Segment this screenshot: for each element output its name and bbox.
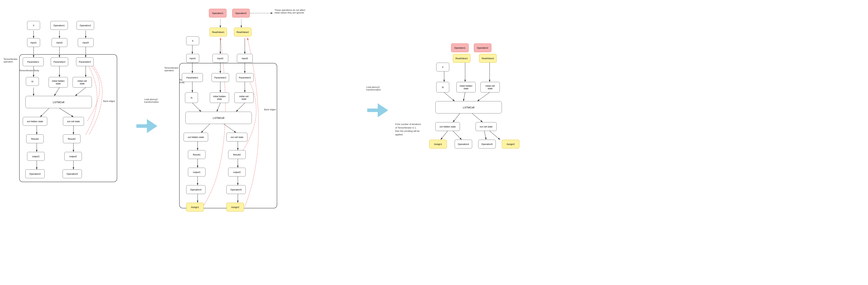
d1-output1-node: output1 [27, 152, 44, 161]
d2-output2-node: output2 [228, 168, 246, 176]
d1-result1-node: Result1 [26, 135, 44, 143]
d3-out-cell-state-node: out cell state [476, 122, 497, 131]
d1-input1-node: input1 [27, 38, 40, 47]
svg-line-54 [463, 92, 465, 101]
d2-assign2-node: Assign2 [226, 203, 244, 211]
d3-operation4-node: Operation4 [455, 140, 472, 148]
d3-operation2-node: Operation2 [474, 44, 491, 52]
d2-input1-node: input1 [186, 54, 199, 63]
d1-result2-node: Result2 [63, 135, 81, 143]
d3-assign1-node: Assign1 [429, 140, 447, 148]
svg-line-55 [477, 92, 490, 101]
d1-lstmcell-node: LSTMCell [25, 96, 92, 108]
svg-line-53 [444, 92, 455, 101]
d2-x-node: X [186, 36, 199, 45]
d2-xi-node: Xi [185, 92, 198, 103]
d3-transformation-label: LowLatency2transformation [366, 86, 387, 91]
d1-initial-cell-state-node: initial cellstate [72, 77, 92, 88]
d2-input2-node: input2 [213, 54, 228, 63]
d1-initial-hidden-state-node: initial hiddenstate [49, 77, 68, 88]
svg-line-59 [453, 131, 462, 140]
d1-input2-node: input2 [52, 38, 67, 47]
d2-parameter3-node: Parameter3 [236, 73, 253, 82]
svg-line-56 [453, 113, 460, 122]
d2-operation5-node: Operation5 [226, 185, 246, 194]
d2-operation1-node: Operation1 [209, 9, 226, 18]
d3-x-node: X [436, 63, 449, 72]
d1-operation4-node: Operation4 [25, 169, 44, 178]
d2-note: These operations do not affectinitial va… [275, 9, 320, 14]
svg-marker-23 [136, 119, 157, 133]
d1-operation1-node: Operation1 [50, 21, 68, 30]
d3-operation5-node: Operation5 [478, 140, 496, 148]
d2-operation4-node: Operation4 [186, 185, 206, 194]
svg-line-61 [490, 131, 500, 140]
d2-input3-node: input3 [237, 54, 253, 63]
d2-readvalue2-node: ReadValue2 [234, 28, 251, 36]
d3-note: If the number of iterationsof TensorIter… [395, 122, 434, 136]
d2-result2-node: Result2 [228, 150, 246, 159]
d2-initial-hidden-state-node: initial hiddenstate [210, 92, 229, 103]
d1-operation2-node: Operation2 [76, 21, 94, 30]
d2-output1-node: output1 [188, 168, 206, 176]
d2-operation2-node: Operation2 [232, 9, 250, 18]
d1-parameter2-node: Parameter2 [51, 57, 68, 66]
d2-out-hidden-state-node: out hidden state [184, 133, 208, 141]
svg-line-60 [484, 131, 486, 140]
d1-out-cell-state-node: out cell state [63, 117, 84, 126]
d3-out-hidden-state-node: out hidden state [435, 122, 460, 131]
d1-operation5-node: Operation5 [63, 169, 82, 178]
d1-out-hidden-state-node: out hidden state [23, 117, 47, 126]
d2-result1-node: Result1 [188, 150, 206, 159]
d3-readvalue1-node: ReadValue1 [453, 54, 470, 63]
d3-operation1-node: Operation1 [451, 44, 469, 52]
d2-assign1-node: Assign1 [186, 203, 204, 211]
svg-marker-49 [367, 103, 388, 117]
d3-initial-hidden-state-node: initial hiddenstate [456, 82, 476, 92]
d3-lstmcell-node: LSTMCell [435, 101, 502, 113]
d3-assign2-node: Assign2 [502, 140, 519, 148]
d2-out-cell-state-node: out cell state [226, 133, 247, 141]
diagram-container: TensorIterator operation TensorIterator … [0, 0, 868, 285]
d2-initial-cell-state-node: initial cellstate [234, 92, 253, 103]
d3-readvalue2-node: ReadValue2 [479, 54, 497, 63]
d2-parameter1-node: Parameter1 [182, 73, 203, 82]
d1-input3-node: input3 [78, 38, 94, 47]
d1-parameter3-node: Parameter3 [76, 57, 94, 66]
d3-initial-cell-state-node: initial cellstate [480, 82, 500, 92]
d2-lstmcell-node: LSTMCell [185, 112, 252, 124]
d1-xi-node: Xi [26, 77, 39, 86]
d1-output2-node: output2 [64, 152, 82, 161]
d2-parameter2-node: Parameter2 [212, 73, 229, 82]
d1-tensoriterator-label: TensorIterator operation [3, 58, 21, 63]
d1-parameter1-node: Parameter1 [23, 57, 44, 66]
svg-line-57 [472, 113, 483, 122]
svg-line-58 [441, 131, 447, 140]
d3-xi-node: Xi [436, 82, 449, 92]
d1-x-node: X [27, 21, 40, 30]
d2-transformation-label: LowLatency2transformation [144, 98, 165, 103]
d2-readvalue1-node: ReadValue1 [210, 28, 227, 36]
